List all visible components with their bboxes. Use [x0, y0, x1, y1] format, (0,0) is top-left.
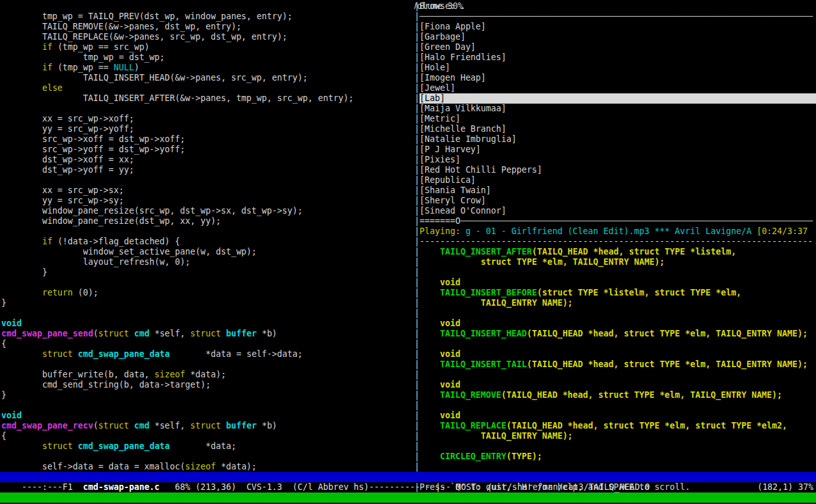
artist-item[interactable]: |[Pixies] — [414, 155, 460, 165]
right-pane[interactable]: |Browse: .Volume 30%|───────────────────… — [414, 1, 816, 504]
artist-label[interactable]: [Red Hot Chilli Peppers] — [420, 165, 542, 175]
artist-item[interactable]: |[Maija Vilkkumaa] — [414, 104, 506, 114]
artist-item[interactable]: |[Sinead O'Connor] — [414, 206, 506, 216]
code-line: return (0); — [1, 288, 98, 298]
man-macro-name: CIRCLEQ_ENTRY — [440, 452, 506, 461]
artist-label[interactable]: [Imogen Heap] — [420, 73, 486, 83]
man-synopsis-line: | — [414, 267, 420, 278]
pane-divider: | — [414, 12, 420, 21]
man-synopsis-line: | — [414, 339, 420, 349]
man-synopsis-line: | — [414, 400, 420, 411]
text: NULL — [114, 63, 134, 72]
artist-label[interactable]: [Republica] — [420, 175, 476, 185]
man-synopsis-line: | CIRCLEQ_ENTRY(TYPE); — [414, 452, 542, 462]
progress-bar[interactable]: =======O — [420, 216, 460, 226]
artist-label[interactable]: [Garbage] — [420, 32, 466, 42]
artist-label[interactable]: [Halo Friendlies] — [420, 52, 506, 62]
artist-label[interactable]: [Jewel] — [420, 83, 455, 93]
text: (tmp_wp == — [52, 63, 114, 72]
code-line: TAILQ_INSERT_HEAD(&w->panes, src_wp, ent… — [1, 73, 308, 83]
code-line: xx = src_wp->sx; — [1, 185, 124, 196]
artist-label[interactable]: [P J Harvey] — [420, 145, 481, 154]
artist-item[interactable]: |[Republica] — [414, 175, 476, 185]
artist-item[interactable]: |[Red Hot Chilli Peppers] — [414, 165, 542, 175]
artist-item[interactable]: |[Jewel] — [414, 83, 455, 93]
artist-label[interactable]: [Michelle Branch] — [420, 124, 506, 134]
emacs-modeline-and-most-statusbar: ----:---F1 cmd-swap-pane.c 68% (213,36) … — [0, 472, 816, 482]
text: if — [42, 63, 52, 72]
artist-item[interactable]: |[Shania Twain] — [414, 185, 491, 196]
pane-divider: | — [414, 390, 420, 400]
text: cmd_swap_pane_data — [78, 441, 170, 451]
text: *b) — [256, 329, 277, 338]
artist-item[interactable]: |[Sheryl Crow] — [414, 196, 486, 206]
artist-item[interactable]: |[Fiona Apple] — [414, 22, 486, 32]
code-line: layout_refresh(w, 0); — [1, 257, 191, 267]
artist-label[interactable]: [Natalie Imbruglia] — [420, 134, 517, 144]
artist-item-selected[interactable]: |[Lab] — [414, 93, 816, 104]
text: layout_refresh(w, 0); — [1, 257, 191, 267]
man-synopsis-line: | — [414, 462, 420, 472]
code-line: dst_wp->yoff = yy; — [1, 165, 134, 175]
progress-track[interactable]: ────────────────────────────────────────… — [460, 216, 813, 226]
artist-label[interactable]: [Metric] — [420, 114, 460, 123]
playing-time: [0:24/3:37 — [757, 226, 808, 236]
text: (struct TYPE *listelm, struct TYPE *elm, — [537, 288, 741, 297]
pane-divider: | — [414, 247, 420, 256]
artist-label[interactable]: [Pixies] — [420, 155, 460, 164]
man-synopsis-line: | TAILQ_INSERT_AFTER(TAILQ_HEAD *head, s… — [414, 247, 736, 257]
artist-label[interactable]: [Fiona Apple] — [420, 22, 486, 31]
text: dst_wp->yoff = yy; — [1, 165, 134, 175]
pane-divider: | — [414, 267, 420, 277]
code-line: struct cmd_swap_pane_data *data; — [1, 441, 236, 452]
artist-item[interactable]: |[Metric] — [414, 114, 460, 124]
text — [420, 431, 481, 441]
text: cmd_send_string(b, data->target); — [1, 380, 210, 390]
emacs-pane[interactable]: tmp_wp = TAILQ_PREV(dst_wp, window_panes… — [1, 1, 414, 504]
text: void — [1, 411, 22, 420]
artist-label[interactable]: [Sinead O'Connor] — [420, 206, 506, 216]
artist-item[interactable]: |[Halo Friendlies] — [414, 52, 506, 63]
artist-label[interactable]: [Sheryl Crow] — [420, 196, 486, 205]
artist-label[interactable]: [Shania Twain] — [420, 185, 491, 195]
text: cmd_swap_pane_data — [78, 349, 170, 359]
artist-item[interactable]: |[P J Harvey] — [414, 145, 481, 155]
text: buffer_write(b, data, — [1, 370, 155, 379]
text: ) — [134, 63, 139, 72]
artist-label[interactable]: [Maija Vilkkumaa] — [420, 104, 506, 113]
artist-item[interactable]: |[Michelle Branch] — [414, 124, 506, 134]
code-line: xx = src_wp->xoff; — [1, 114, 134, 124]
text: { — [1, 339, 6, 349]
man-synopsis-line: | void — [414, 380, 460, 390]
code-line: tmp_wp = TAILQ_PREV(dst_wp, window_panes… — [1, 12, 292, 22]
pane-divider: | — [414, 288, 420, 297]
code-line: cmd_swap_pane_send(struct cmd *self, str… — [1, 329, 277, 339]
man-macro-name: TAILQ_REPLACE — [440, 421, 506, 430]
text: yy = src_wp->sy; — [1, 196, 124, 205]
text: struct — [42, 441, 73, 451]
text: struct TYPE *elm, TAILQ_ENTRY NAME); — [481, 257, 665, 267]
ncmpc-title-row: |Browse: .Volume 30% — [414, 1, 466, 12]
code-line: } — [1, 390, 6, 400]
pane-divider: | — [414, 370, 420, 379]
artist-item[interactable]: |[Natalie Imbruglia] — [414, 134, 517, 145]
text: (0); — [73, 288, 98, 297]
artist-item[interactable]: |[Imogen Heap] — [414, 73, 486, 83]
artist-label[interactable]: [Hole] — [420, 63, 450, 72]
artist-label[interactable]: [Green Day] — [420, 42, 476, 52]
text: TAILQ_ENTRY NAME); — [481, 431, 573, 441]
text: struct — [191, 329, 221, 338]
modeline-filename: cmd-swap-pane.c — [83, 482, 160, 492]
pane-divider: | — [414, 339, 420, 349]
artist-item[interactable]: |[Hole] — [414, 63, 450, 73]
text: TAILQ_INSERT_HEAD(&w->panes, src_wp, ent… — [1, 73, 308, 83]
text: void — [440, 278, 460, 287]
code-line: src_wp->yoff = dst_wp->yoff; — [1, 145, 185, 155]
artist-item[interactable]: |[Green Day] — [414, 42, 476, 52]
artist-item[interactable]: |[Garbage] — [414, 32, 466, 42]
text — [420, 247, 440, 256]
text: struct — [98, 421, 129, 430]
pane-separator: |---------------------------------------… — [414, 237, 813, 247]
text — [1, 42, 42, 52]
artist-label-selected[interactable]: [Lab] — [420, 93, 816, 104]
